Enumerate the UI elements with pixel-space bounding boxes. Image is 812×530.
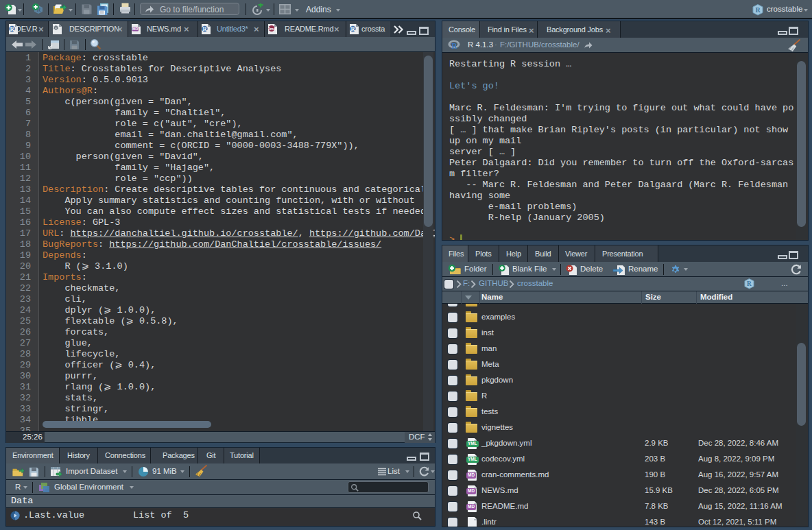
svg-text:R: R (451, 42, 457, 50)
svg-text:MD: MD (132, 27, 139, 31)
svg-text:Rmd: Rmd (268, 27, 276, 31)
svg-text:R: R (747, 280, 752, 287)
svg-text:R: R (755, 6, 761, 14)
svg-text:R: R (350, 25, 355, 32)
svg-text:R: R (202, 25, 207, 32)
svg-text:R: R (10, 25, 14, 32)
